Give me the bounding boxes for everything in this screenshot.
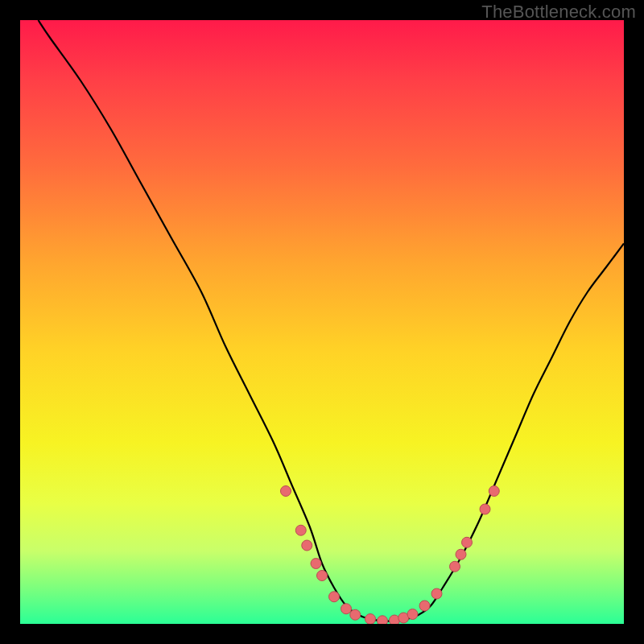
data-point-p10: [378, 616, 388, 624]
data-point-p17: [456, 549, 466, 559]
data-point-p14: [419, 601, 430, 611]
data-point-p8: [350, 609, 361, 620]
data-point-p13: [407, 609, 418, 620]
data-point-p3: [302, 540, 312, 551]
chart-stage: TheBottleneck.com: [0, 0, 644, 644]
data-point-p18: [462, 537, 473, 547]
curve-svg: [20, 20, 624, 624]
data-point-p2: [295, 525, 306, 535]
data-point-p9: [365, 614, 376, 625]
data-point-p20: [489, 486, 499, 497]
data-point-p7: [341, 604, 352, 614]
data-point-p16: [450, 561, 460, 572]
bottleneck-curve: [39, 20, 625, 621]
data-point-p6: [329, 592, 340, 602]
data-point-p19: [480, 504, 490, 514]
data-points-group: [281, 486, 500, 625]
data-point-p4: [311, 559, 321, 569]
data-point-p5: [317, 571, 328, 581]
plot-area: [20, 20, 624, 624]
data-point-p1: [281, 486, 291, 497]
data-point-p15: [431, 588, 442, 599]
